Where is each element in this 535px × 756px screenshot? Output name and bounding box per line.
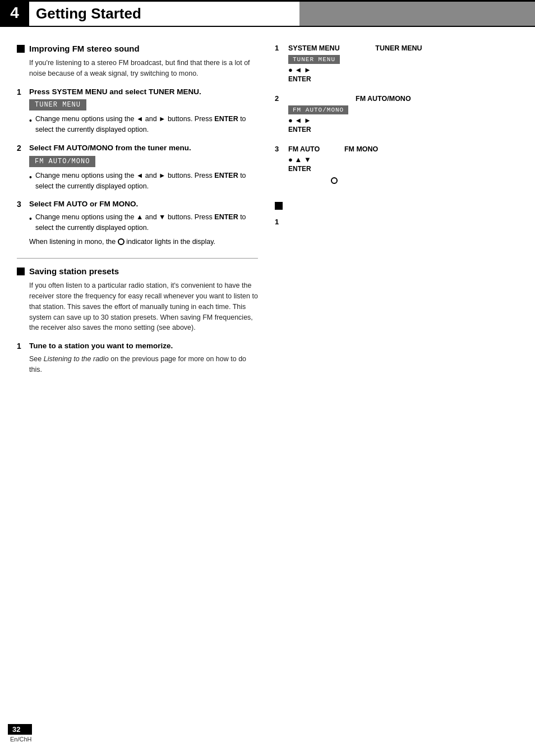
step3-content: Select FM AUTO or FM MONO. • Change menu… bbox=[29, 199, 258, 248]
section2-right-icon bbox=[275, 202, 283, 210]
diag2-controls: ● ◄ ► bbox=[288, 116, 524, 125]
section2-right-marker bbox=[275, 202, 524, 210]
left-column: Improving FM stereo sound If you're list… bbox=[0, 38, 269, 395]
page-number: 32 bbox=[8, 724, 32, 735]
diag3-label-right: FM MONO bbox=[344, 145, 378, 153]
diag1-label-left: SYSTEM MENU bbox=[288, 44, 340, 52]
diag2-num: 2 bbox=[275, 94, 288, 103]
step3-title: Select FM AUTO or FM MONO. bbox=[29, 199, 258, 210]
header-decoration bbox=[299, 0, 535, 26]
section-divider bbox=[17, 258, 258, 259]
diag2-label-right: FM AUTO/MONO bbox=[356, 95, 411, 103]
chapter-number: 4 bbox=[0, 0, 29, 26]
diag3-num: 3 bbox=[275, 145, 288, 153]
step1-menu: TUNER MENU bbox=[29, 99, 86, 110]
diag1-label-right: TUNER MENU bbox=[375, 44, 422, 52]
section2-heading: Saving station presets bbox=[17, 266, 258, 276]
diag4-num: 1 bbox=[275, 218, 288, 226]
diag3-label-left: FM AUTO bbox=[288, 145, 320, 153]
step3-bullet1: • Change menu options using the ▲ and ▼ … bbox=[29, 212, 258, 233]
diag2-menu: FM AUTO/MONO bbox=[288, 105, 348, 114]
step1-bullet-text: Change menu options using the ◄ and ► bu… bbox=[35, 114, 258, 135]
diag3-row: 3 FM AUTO FM MONO bbox=[275, 145, 524, 153]
step2-menu: FM AUTO/MONO bbox=[29, 156, 95, 167]
diag2-labels: FM AUTO/MONO bbox=[288, 94, 411, 103]
step1-title: Press SYSTEM MENU and select TUNER MENU. bbox=[29, 87, 258, 98]
diag1-labels: SYSTEM MENU TUNER MENU bbox=[288, 44, 422, 52]
section2-icon bbox=[17, 268, 25, 275]
page-footer: 32 En/ChH bbox=[0, 722, 40, 745]
right-column: 1 SYSTEM MENU TUNER MENU TUNER MENU ● ◄ … bbox=[269, 38, 535, 395]
diag1-row: 1 SYSTEM MENU TUNER MENU bbox=[275, 44, 524, 52]
step2-content: Select FM AUTO/MONO from the tuner menu.… bbox=[29, 143, 258, 192]
step3-bullet2: When listening in mono, the indicator li… bbox=[29, 237, 258, 247]
diag4-row: 1 bbox=[275, 218, 524, 226]
step2-number: 2 bbox=[17, 143, 29, 192]
step3-number: 3 bbox=[17, 199, 29, 248]
bullet-dot2: • bbox=[29, 172, 32, 183]
main-content: Improving FM stereo sound If you're list… bbox=[0, 27, 535, 407]
step1-bullet: • Change menu options using the ◄ and ► … bbox=[29, 114, 258, 135]
step1-number: 1 bbox=[17, 87, 29, 136]
s2-step1-number: 1 bbox=[17, 341, 29, 382]
s2-step1-title: Tune to a station you want to memorize. bbox=[29, 341, 258, 352]
section1-title: Improving FM stereo sound bbox=[29, 44, 140, 53]
section2-step1: 1 Tune to a station you want to memorize… bbox=[17, 341, 258, 382]
diag-step1: 1 SYSTEM MENU TUNER MENU TUNER MENU ● ◄ … bbox=[275, 44, 524, 83]
chapter-title: Getting Started bbox=[29, 0, 299, 26]
section2-title: Saving station presets bbox=[29, 266, 119, 276]
step3-bullet1-text: Change menu options using the ▲ and ▼ bu… bbox=[35, 212, 258, 233]
step2-bullet-text: Change menu options using the ◄ and ► bu… bbox=[35, 170, 258, 192]
diag-step3: 3 FM AUTO FM MONO ● ▲ ▼ ENTER bbox=[275, 145, 524, 185]
diag-step2: 2 FM AUTO/MONO FM AUTO/MONO ● ◄ ► ENTER bbox=[275, 94, 524, 133]
diag1-num: 1 bbox=[275, 44, 288, 52]
step-3: 3 Select FM AUTO or FM MONO. • Change me… bbox=[17, 199, 258, 248]
step-1: 1 Press SYSTEM MENU and select TUNER MEN… bbox=[17, 87, 258, 136]
step1-content: Press SYSTEM MENU and select TUNER MENU.… bbox=[29, 87, 258, 136]
bullet-dot: • bbox=[29, 115, 32, 127]
step2-title: Select FM AUTO/MONO from the tuner menu. bbox=[29, 143, 258, 154]
diag3-mono-circle bbox=[331, 177, 338, 184]
page-header: 4 Getting Started bbox=[0, 0, 535, 27]
diag2-enter: ENTER bbox=[288, 126, 524, 133]
diag3-controls: ● ▲ ▼ bbox=[288, 155, 524, 164]
section1-icon bbox=[17, 45, 25, 53]
diag2-row: 2 FM AUTO/MONO bbox=[275, 94, 524, 103]
footer-language: En/ChH bbox=[8, 736, 32, 743]
diag3-labels: FM AUTO FM MONO bbox=[288, 145, 378, 153]
diag-step4: 1 bbox=[275, 218, 524, 226]
s2-step1-body: See Listening to the radio on the previo… bbox=[29, 354, 258, 375]
diag3-enter: ENTER bbox=[288, 165, 524, 173]
diag1-enter: ENTER bbox=[288, 75, 524, 83]
diag3-circle bbox=[331, 175, 524, 185]
section2-intro: If you often listen to a particular radi… bbox=[29, 280, 258, 333]
s2-step1-content: Tune to a station you want to memorize. … bbox=[29, 341, 258, 382]
bullet-dot3: • bbox=[29, 213, 32, 225]
page-wrapper: 4 Getting Started Improving FM stereo so… bbox=[0, 0, 535, 756]
diag1-controls: ● ◄ ► bbox=[288, 66, 524, 74]
step-2: 2 Select FM AUTO/MONO from the tuner men… bbox=[17, 143, 258, 192]
step3-bullet2-text: When listening in mono, the indicator li… bbox=[29, 237, 258, 247]
step2-bullet: • Change menu options using the ◄ and ► … bbox=[29, 170, 258, 192]
mono-indicator-icon bbox=[118, 238, 124, 245]
section1-intro: If you're listening to a stereo FM broad… bbox=[29, 58, 258, 79]
diag1-menu: TUNER MENU bbox=[288, 55, 340, 64]
section1-heading: Improving FM stereo sound bbox=[17, 44, 258, 53]
